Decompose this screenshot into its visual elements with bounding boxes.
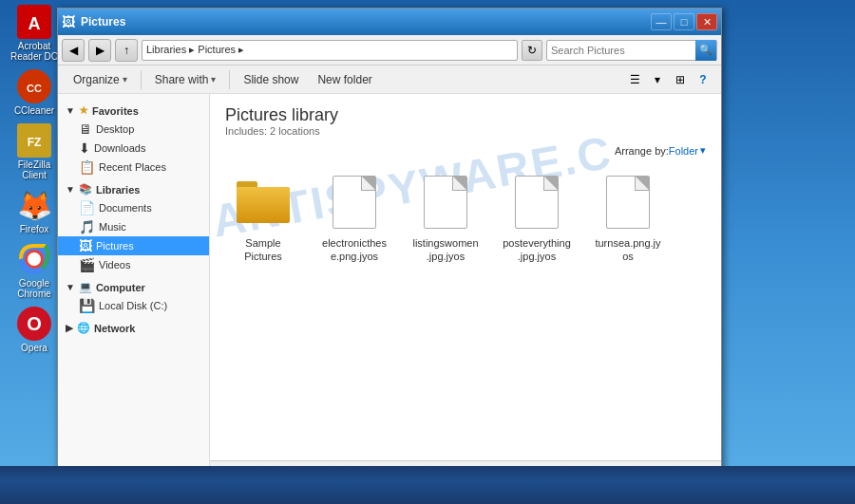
desktop-icon-acrobat[interactable]: A AcrobatReader DC bbox=[8, 5, 61, 62]
desktop: A AcrobatReader DC CC CCleaner FZ FileZi bbox=[0, 0, 855, 504]
file-item-posteverything[interactable]: posteverything.jpg.jyos bbox=[499, 168, 575, 268]
libraries-icon: 📚 bbox=[79, 183, 92, 196]
sidebar-item-documents[interactable]: 📄 Documents bbox=[58, 198, 209, 217]
desktop-icon-ccleaner[interactable]: CC CCleaner bbox=[8, 69, 61, 116]
arrange-value: Folder bbox=[669, 145, 698, 157]
folder-icon bbox=[237, 181, 290, 223]
view-list-button[interactable]: ☰ bbox=[624, 69, 645, 90]
refresh-button[interactable]: ↻ bbox=[522, 40, 542, 61]
sidebar-item-videos[interactable]: 🎬 Videos bbox=[58, 255, 209, 274]
main-area: ▼ ★ Favorites 🖥 Desktop ⬇ Downloads 📋 bbox=[58, 94, 721, 481]
window-icon: 🖼 bbox=[62, 14, 77, 29]
file-item-turnsea[interactable]: turnsea.png.jyos bbox=[590, 168, 666, 268]
organize-chevron: ▾ bbox=[123, 74, 127, 84]
slide-show-button[interactable]: Slide show bbox=[236, 68, 306, 91]
forward-button[interactable]: ▶ bbox=[88, 39, 111, 62]
toolbar-separator-1 bbox=[141, 70, 142, 89]
svg-text:CC: CC bbox=[27, 83, 42, 94]
arrange-bar: Arrange by: Folder ▾ bbox=[210, 140, 721, 160]
downloads-icon: ⬇ bbox=[79, 140, 90, 156]
sidebar-section-network: ▶ 🌐 Network bbox=[58, 319, 209, 337]
toolbar-separator-2 bbox=[229, 70, 230, 89]
svg-text:O: O bbox=[27, 313, 42, 334]
file-item-sample-pictures[interactable]: Sample Pictures bbox=[225, 168, 301, 268]
view-details-button[interactable]: ▾ bbox=[647, 69, 668, 90]
explorer-window: 🖼 Pictures — □ ✕ ◀ ▶ ↑ Libraries ▸ Pictu… bbox=[57, 8, 722, 482]
file-label-listingswomen: listingswomen.jpg.jyos bbox=[411, 236, 480, 264]
title-bar: 🖼 Pictures — □ ✕ bbox=[58, 9, 721, 35]
icon-label-firefox: Firefox bbox=[20, 224, 49, 234]
icon-label-filezilla: FileZilla Client bbox=[8, 159, 61, 180]
maximize-button[interactable]: □ bbox=[674, 13, 694, 30]
desktop-icon-opera[interactable]: O Opera bbox=[8, 307, 61, 353]
toolbar: Organize ▾ Share with ▾ Slide show New f… bbox=[58, 65, 721, 94]
videos-icon: 🎬 bbox=[79, 257, 95, 272]
organize-button[interactable]: Organize ▾ bbox=[66, 68, 135, 91]
file-label-posteverything: posteverything.jpg.jyos bbox=[503, 236, 571, 264]
icon-label-opera: Opera bbox=[21, 343, 48, 353]
desktop-icon-firefox[interactable]: 🦊 Firefox bbox=[8, 188, 61, 234]
title-bar-buttons: — □ ✕ bbox=[651, 13, 717, 30]
sidebar-section-favorites: ▼ ★ Favorites 🖥 Desktop ⬇ Downloads 📋 bbox=[58, 102, 209, 177]
library-subtitle: Includes: 2 locations bbox=[225, 125, 706, 137]
generic-file-icon-1 bbox=[332, 176, 376, 229]
back-button[interactable]: ◀ bbox=[62, 39, 85, 62]
desktop-icon-filezilla[interactable]: FZ FileZilla Client bbox=[8, 123, 61, 180]
share-with-button[interactable]: Share with ▾ bbox=[147, 68, 224, 91]
documents-icon: 📄 bbox=[79, 200, 95, 215]
arrange-label: Arrange by: bbox=[615, 145, 669, 157]
sidebar-section-libraries: ▼ 📚 Libraries 📄 Documents 🎵 Music 🖼 bbox=[58, 180, 209, 274]
search-button[interactable]: 🔍 bbox=[695, 40, 716, 61]
svg-text:A: A bbox=[28, 14, 41, 33]
file-label-sample-pictures: Sample Pictures bbox=[229, 236, 297, 264]
sidebar-computer-header[interactable]: ▼ 💻 Computer bbox=[58, 278, 209, 296]
help-button[interactable]: ? bbox=[693, 69, 713, 90]
sidebar-item-desktop[interactable]: 🖥 Desktop bbox=[58, 120, 209, 139]
search-input[interactable] bbox=[547, 45, 695, 56]
sidebar-libraries-header[interactable]: ▼ 📚 Libraries bbox=[58, 180, 209, 198]
arrange-chevron-icon: ▾ bbox=[700, 144, 706, 157]
desktop-icon-small: 🖥 bbox=[79, 121, 92, 137]
generic-file-icon-4 bbox=[606, 176, 650, 229]
sidebar-network-header[interactable]: ▶ 🌐 Network bbox=[58, 319, 209, 337]
sidebar-favorites-header[interactable]: ▼ ★ Favorites bbox=[58, 102, 209, 120]
sidebar-item-local-disk[interactable]: 💾 Local Disk (C:) bbox=[58, 296, 209, 315]
minimize-button[interactable]: — bbox=[651, 13, 672, 30]
network-icon: 🌐 bbox=[77, 322, 90, 334]
files-grid: Sample Pictures electronicthese.png.jyos bbox=[210, 160, 721, 460]
content-header: Pictures library Includes: 2 locations bbox=[210, 94, 721, 140]
sidebar-item-pictures[interactable]: 🖼 Pictures bbox=[58, 236, 209, 255]
breadcrumb-text: Libraries ▸ Pictures ▸ bbox=[146, 44, 244, 56]
libraries-arrow: ▼ bbox=[66, 184, 75, 195]
file-item-listingswomen[interactable]: listingswomen.jpg.jyos bbox=[408, 168, 484, 268]
new-folder-button[interactable]: New folder bbox=[310, 68, 379, 91]
svg-text:FZ: FZ bbox=[28, 136, 42, 149]
file-icon-container-4 bbox=[598, 172, 658, 233]
close-button[interactable]: ✕ bbox=[696, 13, 717, 30]
file-label-electronicthese: electronicthese.png.jyos bbox=[320, 236, 389, 264]
view-tiles-button[interactable]: ⊞ bbox=[670, 69, 691, 90]
file-icon-container-2 bbox=[415, 172, 476, 233]
icon-label-chrome: GoogleChrome bbox=[17, 278, 51, 299]
content-area: Pictures library Includes: 2 locations A… bbox=[210, 94, 721, 481]
generic-file-icon-3 bbox=[515, 176, 559, 229]
favorites-arrow: ▼ bbox=[66, 105, 75, 116]
network-arrow: ▶ bbox=[66, 323, 73, 333]
search-bar: 🔍 bbox=[546, 40, 717, 61]
arrange-dropdown[interactable]: Folder ▾ bbox=[669, 144, 706, 157]
sidebar-item-recent-places[interactable]: 📋 Recent Places bbox=[58, 158, 209, 177]
breadcrumb[interactable]: Libraries ▸ Pictures ▸ bbox=[142, 40, 518, 61]
desktop-icon-chrome[interactable]: GoogleChrome bbox=[8, 242, 61, 299]
file-item-electronicthese[interactable]: electronicthese.png.jyos bbox=[316, 168, 392, 268]
sidebar-item-downloads[interactable]: ⬇ Downloads bbox=[58, 139, 209, 158]
sidebar-section-computer: ▼ 💻 Computer 💾 Local Disk (C:) bbox=[58, 278, 209, 315]
svg-point-8 bbox=[28, 252, 41, 266]
share-chevron: ▾ bbox=[211, 74, 216, 84]
sidebar: ▼ ★ Favorites 🖥 Desktop ⬇ Downloads 📋 bbox=[58, 94, 210, 481]
up-button[interactable]: ↑ bbox=[115, 39, 138, 62]
folder-icon-container bbox=[233, 172, 294, 233]
taskbar bbox=[0, 466, 855, 504]
sidebar-item-music[interactable]: 🎵 Music bbox=[58, 217, 209, 236]
computer-icon: 💻 bbox=[79, 281, 92, 293]
library-title: Pictures library bbox=[225, 105, 706, 125]
